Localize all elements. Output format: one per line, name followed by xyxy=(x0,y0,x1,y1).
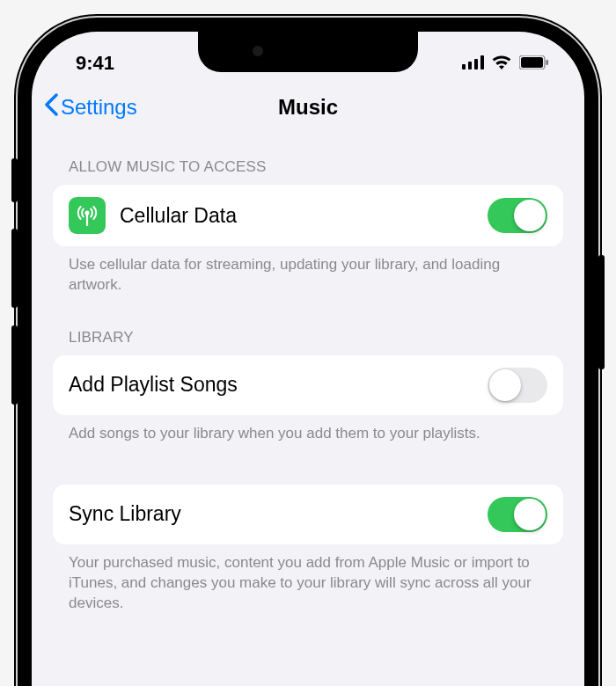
cellular-antenna-icon xyxy=(69,197,106,234)
battery-icon xyxy=(519,52,549,75)
back-button[interactable]: Settings xyxy=(44,93,137,121)
svg-rect-8 xyxy=(86,214,88,226)
back-label: Settings xyxy=(61,95,137,120)
add-playlist-songs-label: Add Playlist Songs xyxy=(69,373,488,397)
svg-rect-2 xyxy=(474,59,478,69)
chevron-left-icon xyxy=(44,93,59,121)
sync-library-label: Sync Library xyxy=(69,502,488,526)
phone-side-button xyxy=(11,229,18,308)
section-header-access: ALLOW MUSIC TO ACCESS xyxy=(53,146,563,185)
section-footer-access: Use cellular data for streaming, updatin… xyxy=(53,246,563,317)
cellular-data-toggle[interactable] xyxy=(488,198,547,233)
phone-side-button xyxy=(11,158,18,202)
cellular-data-label: Cellular Data xyxy=(120,204,488,228)
wifi-icon xyxy=(491,52,512,75)
svg-rect-0 xyxy=(462,64,466,69)
phone-side-button xyxy=(598,255,605,369)
page-title: Music xyxy=(278,95,338,120)
section-footer-sync-library: Your purchased music, content you add fr… xyxy=(53,544,563,635)
add-playlist-songs-toggle[interactable] xyxy=(488,368,547,403)
sync-library-row[interactable]: Sync Library xyxy=(53,485,563,544)
phone-side-button xyxy=(11,325,18,405)
cellular-signal-icon xyxy=(462,52,484,75)
svg-rect-5 xyxy=(521,57,543,68)
phone-frame: 9:41 Set xyxy=(18,18,598,686)
sync-library-toggle[interactable] xyxy=(488,497,547,532)
svg-rect-1 xyxy=(468,62,472,69)
section-footer-add-playlist: Add songs to your library when you add t… xyxy=(53,415,563,465)
status-time: 9:41 xyxy=(76,52,114,75)
cellular-data-row[interactable]: Cellular Data xyxy=(53,185,563,246)
svg-rect-3 xyxy=(480,55,484,69)
section-header-library: LIBRARY xyxy=(53,317,563,355)
svg-rect-6 xyxy=(546,60,549,65)
nav-bar: Settings Music xyxy=(32,83,584,132)
notch xyxy=(198,32,418,72)
add-playlist-songs-row[interactable]: Add Playlist Songs xyxy=(53,355,563,415)
screen: 9:41 Set xyxy=(32,32,584,686)
